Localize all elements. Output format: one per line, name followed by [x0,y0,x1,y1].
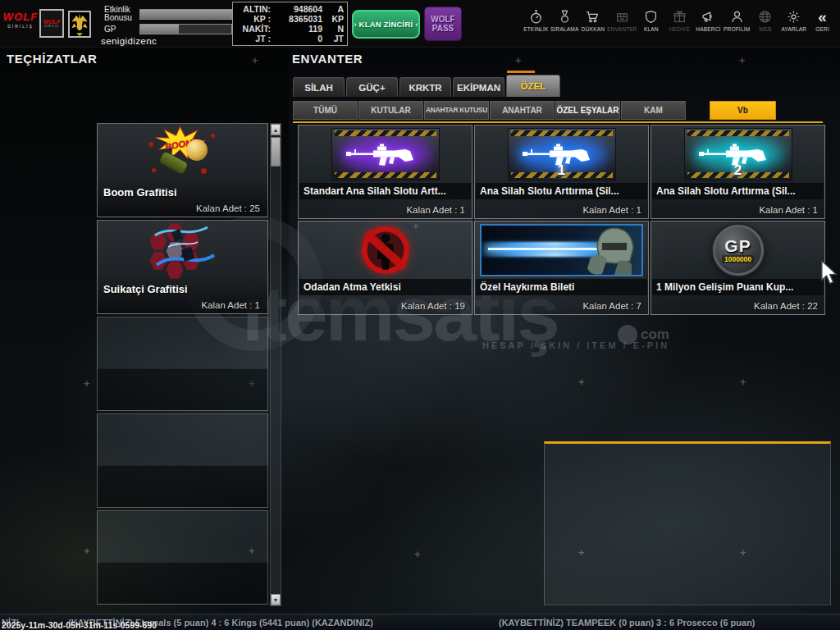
subtab-kutular[interactable]: KUTULAR [358,101,423,120]
bg-plus-marker: + [739,54,746,66]
gp-coin-value: 1000000 [722,255,754,263]
avatar[interactable]: WOLF DİRİLİŞ [39,9,64,38]
ninja-slashes-icon [144,222,222,281]
crate-image [331,128,440,180]
splatter-dot [211,134,215,138]
nav-hediye[interactable]: HEDİYE [665,10,694,32]
tab-ekipman[interactable]: EKİPMAN [453,77,504,97]
scroll-up-button[interactable]: ▲ [271,124,281,135]
nav-siralama[interactable]: SIRALAMA [550,10,579,32]
bg-plus-marker: + [252,54,258,66]
item-count: Kalan Adet : 1 [201,300,260,310]
nav-geri[interactable]: « GERİ [808,10,837,32]
tab-krktr[interactable]: KRKTR [399,77,451,97]
gift-icon [673,10,687,24]
etkinlik-bonusu-progressbar [139,9,232,20]
bg-plus-marker: + [84,377,90,390]
avatar-logo-subtext: DİRİLİŞ [44,25,59,28]
bg-plus-marker: + [740,376,746,388]
gp-coin-text: GP [724,238,751,254]
scroll-down-button[interactable]: ▼ [271,594,281,605]
nav-envanter[interactable]: ENVANTER [607,10,637,32]
game-window: WOLF DİRİLİŞ WOLF DİRİLİŞ Etkinlik Bonus… [0,0,840,630]
wolf-pass-button[interactable]: WOLF PASS [424,7,462,41]
nav-label: GERİ [815,26,829,32]
tab-silah[interactable]: SİLAH [293,77,345,97]
item-art: 2 [651,127,824,181]
username: senigidizenc [101,36,157,46]
watermark-dot [618,325,637,345]
nav-label: ETKİNLİK [523,26,549,32]
jt-unit: JT [327,34,344,43]
nav-haberci[interactable]: HABERCİ [694,10,723,32]
cart-icon [586,10,600,24]
subtab-anahtar[interactable]: ANAHTAR [490,101,555,120]
nav-dukkan[interactable]: DÜKKAN [579,10,608,32]
nav-klan[interactable]: KLAN [637,10,665,32]
topbar: WOLF DİRİLİŞ WOLF DİRİLİŞ Etkinlik Bonus… [0,0,840,48]
subtab-anahtar-kutusu[interactable]: ANAHTAR KUTUSU [424,101,489,120]
inventory-item-gp-kuponu[interactable]: GP 1000000 1 Milyon Gelişim Puanı Kup...… [651,221,825,315]
scrollbar-thumb[interactable] [271,137,281,167]
jt-value: 0 [271,34,327,43]
item-count: Kalan Adet : 1 [759,205,818,215]
equipment-empty-slot [97,317,268,411]
nav-web[interactable]: WEB [751,10,780,32]
currency-row-nakit: NAKİT: 119 N [236,24,344,34]
gp-progress-fill [140,25,179,34]
crate-icon [615,10,629,24]
eagle-rank-icon [71,12,89,36]
boom-grafitisi-image: BOOM! [144,126,222,185]
nakit-unit: N [327,24,344,34]
nav-profilim[interactable]: PROFİLİM [723,10,751,32]
tab-ozel[interactable]: ÖZEL [506,75,560,97]
inventory-item-standart-ana-silah-slotu[interactable]: Standart Ana Silah Slotu Artt... Kalan A… [298,125,472,219]
shield-icon [644,10,658,24]
subtab-tumu[interactable]: TÜMÜ [293,101,358,120]
bg-plus-marker: + [414,548,421,560]
status-bar: NİZ) (KAYBETTİNİZ) Eternals (5 puan) 4 :… [0,614,840,630]
wolf-logo-title: WOLF [2,11,39,23]
inventory-item-ana-silah-slotu-1[interactable]: 1 Ana Silah Slotu Arttırma (Sil... Kalan… [474,125,649,219]
subtab-ozel-esyalar[interactable]: ÖZEL EŞYALAR [555,101,620,120]
watermark-suffix: com [641,326,669,343]
item-name: Suikatçi Grafitisi [103,283,188,295]
match-result-2: (KAYBETTİNİZ) TEAMPEEK (0 puan) 3 : 6 Pr… [499,618,756,628]
wolf-logo: WOLF DİRİLİŞ [2,11,39,40]
back-chevrons-icon: « [818,10,827,24]
suikatci-grafitisi-art [98,221,267,282]
item-count: Kalan Adet : 22 [754,301,818,311]
item-name: Standart Ana Silah Slotu Artt... [299,183,471,199]
hazard-stripe [335,130,436,136]
crate-image: 2 [684,128,792,180]
nav-ayarlar[interactable]: AYARLAR [779,10,808,32]
nav-label: AYARLAR [781,26,806,32]
inventory-item-odadan-atma-yetkisi[interactable]: Odadan Atma Yetkisi Kalan Adet : 19 [298,221,472,315]
klan-zinciri-button[interactable]: › KLAN ZİNCİRİ ‹ [352,10,420,39]
item-count: Kalan Adet : 1 [406,205,465,215]
currency-row-jt: JT : 0 JT [236,34,344,43]
item-name: Ana Silah Slotu Arttırma (Sil... [476,183,647,199]
crate-image: 1 [508,128,616,180]
rank-emblem [68,11,91,38]
equipment-item-suikatci-grafitisi[interactable]: Suikatçi Grafitisi Kalan Adet : 1 [97,220,268,314]
subtab-kam[interactable]: KAM [621,101,686,120]
tab-guc[interactable]: GÜÇ+ [346,77,398,97]
item-name: 1 Milyon Gelişim Puanı Kup... [652,279,824,295]
equipment-item-boom-grafitisi[interactable]: BOOM! Boom Grafitisi Kalan Adet : 25 [97,123,268,217]
kp-value: 8365031 [271,14,327,24]
nav-label: WEB [759,26,771,32]
item-count: Kalan Adet : 1 [582,205,641,215]
item-name: Boom Grafitisi [103,186,177,199]
kp-unit: KP [327,14,344,24]
jt-label: JT : [236,34,271,43]
equipment-scrollbar[interactable]: ▲ ▼ [270,123,281,606]
nav-label: DÜKKAN [582,26,605,32]
nav-etkinlik[interactable]: ETKİNLİK [522,10,550,32]
inventory-item-ozel-haykirma-bileti[interactable]: Özel Haykırma Bileti Kalan Adet : 7 [474,221,649,315]
nav-label: HABERCİ [696,26,720,32]
inventory-item-ana-silah-slotu-2[interactable]: 2 Ana Silah Slotu Arttırma (Sil... Kalan… [651,125,825,219]
soldier-icon [582,224,641,276]
gp-label: GP [104,25,116,34]
subtab-vb[interactable]: Vb [710,101,776,120]
